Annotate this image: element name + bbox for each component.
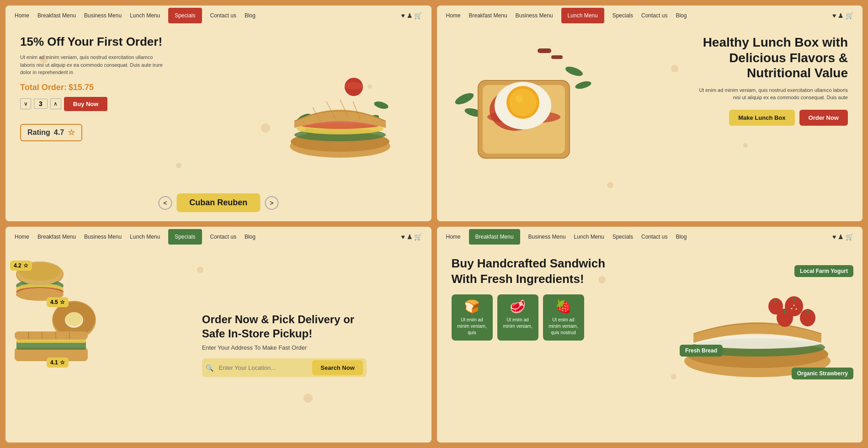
p2-buttons: Make Lunch Box Order Now [692,110,848,126]
svg-point-62 [793,305,795,306]
panel1-body: 15% Off Your First Order! Ut enim ad min… [5,26,431,221]
nav-contact-p4[interactable]: Contact us [641,234,667,240]
ingredient-bread: 🍞 Ut enim ad minim veniam, quis [452,294,493,341]
qty-decrease[interactable]: ∨ [20,98,31,109]
nav-lunch-p4[interactable]: Lunch Menu [574,234,604,240]
nav-blog-p4[interactable]: Blog [676,234,687,240]
order-now-button[interactable]: Order Now [799,110,848,126]
nav-lunch-p3[interactable]: Lunch Menu [130,234,160,240]
make-lunch-box-button[interactable]: Make Lunch Box [729,110,794,126]
svg-rect-59 [807,310,809,314]
svg-point-2 [373,100,389,110]
nav-icons-p1: ♥ ♟ 🛒 [401,12,422,19]
svg-point-29 [516,95,523,102]
star-45: ☆ [60,299,65,305]
panel2-body: Healthy Lunch Box with Delicious Flavors… [437,26,863,221]
rating-41: 4.1 ☆ [47,357,69,368]
nav-specials-p1[interactable]: Specials [168,8,202,23]
nav-business-p2[interactable]: Business Menu [516,12,553,19]
star-icon: ☆ [68,128,75,138]
ing-text-2: Ut enim ad minim veniam, quis nostrud [547,317,580,336]
svg-rect-19 [538,48,551,53]
prev-dish-button[interactable]: < [158,196,172,210]
nav-icons-p4: ♥ ♟ 🛒 [832,233,853,240]
nav-breakfast-p1[interactable]: Breakfast Menu [37,12,76,19]
panel-2: Home Breakfast Menu Business Menu Lunch … [437,5,863,221]
nav-home-p2[interactable]: Home [446,12,461,19]
nav-panel2: Home Breakfast Menu Business Menu Lunch … [437,5,863,26]
search-box: 🔍 Search Now [202,358,367,377]
qty-value: 3 [34,99,48,109]
star-42: ☆ [23,262,28,269]
svg-point-64 [796,309,797,310]
local-farm-yogurt-tag: Local Farm Yogurt [794,265,853,277]
panel-1: Home Breakfast Menu Business Menu Lunch … [5,5,431,221]
ing-text-1: Ut enim ad minim veniam, [501,317,535,330]
svg-rect-61 [775,299,777,303]
nav-contact-p2[interactable]: Contact us [641,12,667,19]
nav-panel4: Home Breakfast Menu Business Menu Lunch … [437,227,863,247]
panel3-body: 4.2 ☆ 4.5 ☆ [5,247,431,443]
rating-box: Rating 4.7 ☆ [20,124,82,141]
qty-control: ∨ 3 ∧ Buy Now [20,97,166,111]
nav-blog-p3[interactable]: Blog [245,234,256,240]
ingredient-meat: 🥩 Ut enim ad minim veniam, [497,294,538,341]
qty-increase[interactable]: ∧ [50,98,61,109]
sandwich-item: 4.1 ☆ [10,325,92,368]
p1-title: 15% Off Your First Order! [20,35,166,49]
svg-point-41 [66,312,82,326]
rating-value: 4.7 [54,128,64,137]
p1-content-left: 15% Off Your First Order! Ut enim ad min… [20,35,166,141]
search-now-button[interactable]: Search Now [312,360,362,375]
nav-business-p1[interactable]: Business Menu [84,12,122,19]
tag-label-1: Fresh Bread [685,347,717,354]
tag-label-2: Organic Strawberry [797,370,848,377]
p4-food-area: Local Farm Yogurt Fresh Bread Organic St… [666,251,858,398]
nav-specials-p4[interactable]: Specials [612,234,633,240]
svg-point-18 [574,80,591,91]
nav-home-p1[interactable]: Home [15,12,29,19]
p1-total: Total Order: $15.75 [20,83,166,92]
nav-breakfast-p3[interactable]: Breakfast Menu [37,234,76,240]
nav-blog-p2[interactable]: Blog [676,12,687,19]
buy-now-button[interactable]: Buy Now [64,97,108,111]
nav-specials-p3[interactable]: Specials [168,229,202,245]
nav-home-p3[interactable]: Home [15,234,29,240]
p3-content: Order Now & Pick Delivery or Safe In-Sto… [202,312,367,377]
nav-blog-p1[interactable]: Blog [245,12,256,19]
svg-point-28 [509,89,537,116]
p2-title: Healthy Lunch Box with Delicious Flavors… [692,35,848,81]
strawberry-icon: 🍓 [555,299,571,314]
p3-subtitle: Enter Your Address To Make Fast Order [202,344,367,351]
svg-rect-57 [784,309,786,314]
star-41: ☆ [60,359,65,366]
nav-contact-p1[interactable]: Contact us [210,12,236,19]
nav-specials-p2[interactable]: Specials [612,12,633,19]
p4-title: Buy Handcrafted Sandwich With Fresh Ingr… [452,256,616,287]
location-input[interactable] [217,361,309,375]
nav-breakfast-p2[interactable]: Breakfast Menu [469,12,507,19]
rating-label: Rating [27,128,50,137]
panel-3: Home Breakfast Menu Business Menu Lunch … [5,227,431,443]
svg-point-17 [564,65,584,78]
svg-rect-55 [793,297,795,302]
nav-lunch-p2[interactable]: Lunch Menu [561,8,604,23]
p3-food-area: 4.2 ☆ 4.5 ☆ [10,261,124,308]
bread-icon: 🍞 [464,299,480,314]
svg-rect-45 [15,331,88,340]
meat-icon: 🥩 [510,299,526,314]
panel-4: Home Breakfast Menu Business Menu Lunch … [437,227,863,443]
total-value: $15.75 [69,83,94,92]
nav-lunch-p1[interactable]: Lunch Menu [130,12,160,19]
p4-content-left: Buy Handcrafted Sandwich With Fresh Ingr… [452,256,616,341]
p3-title: Order Now & Pick Delivery or Safe In-Sto… [202,312,367,341]
nav-business-p3[interactable]: Business Menu [84,234,122,240]
next-dish-button[interactable]: > [265,196,278,210]
p2-content-right: Healthy Lunch Box with Delicious Flavors… [692,35,848,126]
nav-breakfast-p4[interactable]: Breakfast Menu [469,229,520,245]
nav-home-p4[interactable]: Home [446,234,461,240]
nav-business-p4[interactable]: Business Menu [528,234,566,240]
nav-contact-p3[interactable]: Contact us [210,234,236,240]
nav-icons-p3: ♥ ♟ 🛒 [401,233,422,240]
p1-desc: Ut enim ad minim veniam, quis nostrud ex… [20,53,166,76]
